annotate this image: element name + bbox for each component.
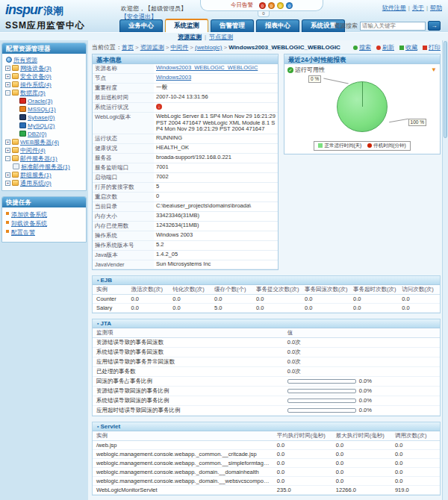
alarm-badge-1[interactable]: 0 — [268, 2, 275, 9]
vertical-scrollbar[interactable] — [442, 40, 448, 500]
toggle-icon[interactable]: + — [5, 66, 10, 71]
tree-item[interactable]: 所有资源 — [4, 56, 85, 64]
toggle-icon[interactable]: + — [5, 74, 10, 79]
table-cell: 0.0 — [128, 303, 169, 312]
tree-item-label[interactable]: Sybase(0) — [28, 114, 55, 121]
tree-item-label[interactable]: 群组服务(1) — [20, 172, 52, 178]
db-oracle-icon — [19, 98, 26, 104]
tree-item[interactable]: +安全设备(0) — [4, 72, 85, 81]
toggle-icon[interactable]: + — [5, 148, 10, 153]
breadcrumb-item[interactable]: 资源监测 — [140, 44, 164, 51]
tree-item[interactable]: +群组服务(1) — [4, 171, 85, 179]
tab-系统监测[interactable]: 系统监测 — [165, 19, 208, 32]
info-value: 0 — [154, 193, 278, 201]
info-row: 内存已使用数12432634(11MB) — [93, 222, 278, 231]
header: inspur 浪潮 SSM应用监管中心 欢迎您，【超级管理员】 【安全退出】 今… — [0, 0, 448, 40]
toolbar-收藏[interactable]: 收藏 — [399, 43, 417, 51]
tree-item[interactable]: 标准邮件服务器(1) — [4, 163, 85, 171]
table-cell: 0.0 — [301, 294, 349, 303]
tree-item[interactable]: +操作系统(4) — [4, 81, 85, 89]
tree-item-label[interactable]: MSSQL(1) — [28, 106, 56, 113]
toolbar-刷新[interactable]: 刷新 — [376, 43, 394, 51]
availability-pie-chart: 0 % 100 % — [287, 74, 437, 140]
quick-link-0[interactable]: 添加设备系统 — [11, 211, 47, 218]
tree-item-label[interactable]: 中间件(4) — [20, 147, 46, 154]
toggle-icon[interactable]: + — [5, 140, 10, 145]
tree-item[interactable]: +中间件(4) — [4, 146, 85, 154]
tree-item-label[interactable]: Oracle(3) — [28, 98, 52, 104]
toggle-icon[interactable]: - — [5, 156, 10, 161]
tree-item-label[interactable]: 网络设备(3) — [20, 65, 52, 72]
filter-icon[interactable]: ▼ — [431, 66, 437, 73]
folder-icon — [12, 147, 19, 153]
search-input[interactable] — [360, 22, 426, 31]
app-window: inspur 浪潮 SSM应用监管中心 欢迎您，【超级管理员】 【安全退出】 今… — [0, 0, 448, 500]
top-link-2[interactable]: 帮助 — [430, 4, 442, 11]
alarm-badge-0[interactable]: 0 — [259, 2, 266, 9]
info-value: 7001 — [154, 163, 278, 172]
toggle-icon[interactable]: + — [5, 82, 10, 87]
tree-item[interactable]: Oracle(3) — [4, 97, 85, 105]
info-row: 重启次数0 — [93, 193, 278, 202]
jta-metric-label: 系统错误导致的事务回滚数 — [93, 347, 284, 357]
info-value: C:\bea\user_projects\domains\broada\ — [154, 202, 278, 211]
legend-label: 正常运行时间(天) — [324, 143, 361, 148]
tree-item-label[interactable]: 标准邮件服务器(1) — [21, 163, 70, 170]
alarm-badge-2[interactable]: 0 — [277, 2, 284, 9]
breadcrumb-item[interactable]: (weblogic) — [195, 44, 222, 51]
top-link-1[interactable]: 关于 — [412, 4, 424, 11]
toggle-icon[interactable]: + — [5, 172, 10, 178]
status-down-icon: ↓ — [156, 104, 162, 110]
progress-bar — [287, 399, 356, 403]
breadcrumb-item[interactable]: 中间件 — [170, 44, 188, 51]
resource-tree-panel: 配置资源管理器 所有资源+网络设备(3)+安全设备(0)+操作系统(4)-数据库… — [1, 43, 87, 191]
quick-link-2[interactable]: 配置告警 — [11, 229, 35, 236]
toggle-icon[interactable]: - — [5, 90, 10, 96]
toolbar-打印[interactable]: 打印 — [423, 43, 441, 51]
tab-业务中心[interactable]: 业务中心 — [119, 19, 163, 32]
table-cell: 0.0 — [273, 458, 332, 467]
table-cell: 0.0 — [273, 476, 332, 485]
toolbar-搜索[interactable]: 搜索 — [353, 43, 371, 51]
alarm-badge-3[interactable]: 0 — [286, 2, 293, 9]
tree-item-label[interactable]: 所有资源 — [13, 57, 37, 63]
table-cell: 0.0 — [252, 294, 301, 303]
tree-item[interactable]: MySQL(2) — [4, 122, 85, 130]
table-cell: weblogic.management.console.webapp._doma… — [93, 467, 273, 476]
tree-item[interactable]: +WEB服务器(4) — [4, 138, 85, 146]
breadcrumb-item[interactable]: 首页 — [122, 44, 134, 51]
column-header: 值 — [284, 328, 440, 338]
subnav-资源监测[interactable]: 资源监测 — [178, 34, 202, 40]
tab-告警管理[interactable]: 告警管理 — [211, 19, 254, 32]
info-value-link[interactable]: Windows2003_WEBLOGIC_WEBLOGIC — [156, 64, 258, 71]
quick-link-1[interactable]: 卸载设备系统 — [11, 220, 47, 227]
tree-item[interactable]: -数据库(5) — [4, 89, 85, 97]
tree-item-label[interactable]: WEB服务器(4) — [20, 139, 59, 146]
search-go-button[interactable]: → — [428, 21, 441, 31]
tree-item-label[interactable]: 操作系统(4) — [20, 81, 52, 88]
tree-item-label[interactable]: MySQL(2) — [28, 122, 55, 129]
table-cell: 0.0 — [398, 294, 440, 303]
breadcrumb-current: Windows2003_WEBLOGIC_WEBLOGIC — [228, 44, 340, 51]
toggle-icon[interactable]: + — [5, 181, 10, 186]
tree-item[interactable]: +网络设备(3) — [4, 64, 85, 72]
tree-item[interactable]: -邮件服务器(1) — [4, 154, 85, 163]
table-cell: 0.0 — [301, 303, 349, 312]
subnav-节点监测[interactable]: 节点监测 — [209, 34, 233, 40]
bullet-icon — [6, 212, 9, 215]
alarm-more-tab[interactable]: 0 — [258, 11, 270, 17]
tree-item-label[interactable]: 邮件服务器(1) — [20, 155, 57, 162]
scrollbar-thumb[interactable] — [444, 41, 447, 138]
tree-item-label[interactable]: 通用系统(0) — [20, 180, 52, 187]
tree-item-label[interactable]: DB2(0) — [28, 131, 46, 137]
tree-item-label[interactable]: 数据库(5) — [20, 90, 46, 96]
tree-item-label[interactable]: 安全设备(0) — [20, 73, 52, 80]
column-header: 事务回滚次数(次) — [301, 285, 349, 295]
tab-报表中心[interactable]: 报表中心 — [256, 19, 299, 32]
info-value-link[interactable]: Windows2003 — [156, 74, 191, 81]
tree-item[interactable]: MSSQL(1) — [4, 105, 85, 113]
top-link-0[interactable]: 软件注册 — [382, 4, 406, 11]
tree-item[interactable]: DB2(0) — [4, 130, 85, 138]
tree-item[interactable]: Sybase(0) — [4, 113, 85, 122]
tree-item[interactable]: +通用系统(0) — [4, 179, 85, 187]
